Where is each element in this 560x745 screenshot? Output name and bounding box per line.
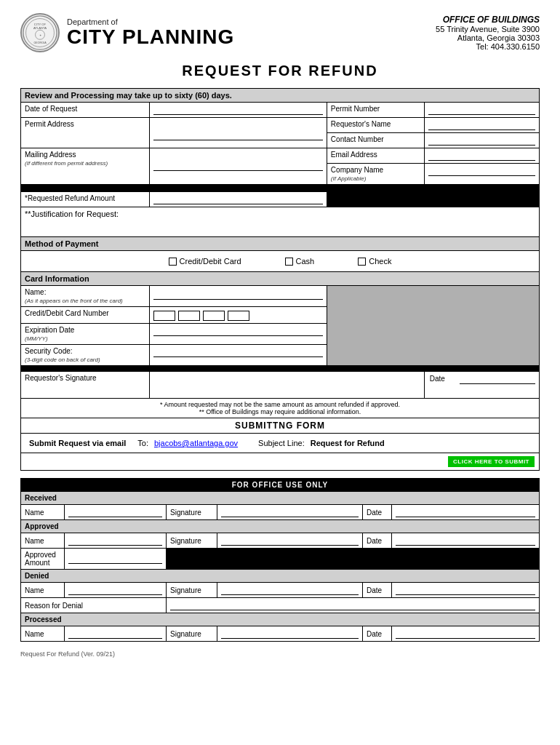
method-header-row: Method of Payment <box>21 237 540 251</box>
contact-number-label: Contact Number <box>327 133 424 148</box>
reason-for-denial-input[interactable] <box>167 598 540 613</box>
date-input-inline[interactable] <box>460 374 535 383</box>
signature-input[interactable] <box>150 372 424 399</box>
approved-name-label: Name <box>21 533 65 549</box>
received-date-input[interactable] <box>392 505 540 520</box>
permit-number-input[interactable] <box>424 103 539 118</box>
expiration-input[interactable] <box>150 324 327 345</box>
company-name-input[interactable] <box>424 164 539 185</box>
note-2: ** Office of Buildings may require addit… <box>25 408 535 415</box>
tel: Tel: 404.330.6150 <box>436 42 540 51</box>
approved-name-input[interactable] <box>65 533 167 549</box>
received-date-label: Date <box>363 505 392 520</box>
requestors-name-label: Requestor's Name <box>327 118 424 133</box>
contact-number-input[interactable] <box>424 133 539 148</box>
approved-amount-input[interactable] <box>65 549 167 570</box>
received-sig-input[interactable] <box>217 505 363 520</box>
received-sig-label: Signature <box>167 505 217 520</box>
check-option[interactable]: Check <box>358 257 391 266</box>
check-checkbox[interactable] <box>358 258 366 266</box>
black-bar-2-row <box>21 366 540 372</box>
company-name-label: Company Name (If Applicable) <box>327 164 424 185</box>
processed-sig-input[interactable] <box>217 626 363 642</box>
click-submit-row: CLICK HERE TO SUBMIT <box>21 453 540 471</box>
approved-date-input[interactable] <box>392 533 540 549</box>
card-number-boxes <box>153 311 322 321</box>
header-right: OFFICE OF BUILDINGS 55 Trinity Avenue, S… <box>436 15 540 51</box>
department-title: Department of CITY PLANNING <box>67 17 234 49</box>
mailing-address-input[interactable] <box>150 148 327 185</box>
black-bar-row <box>21 185 540 192</box>
notes-text: * Amount requested may not be the same a… <box>21 399 540 418</box>
credit-debit-label: Credit/Debit Card <box>180 257 241 266</box>
denied-name-input[interactable] <box>65 583 167 598</box>
processed-header-row: Processed <box>21 613 540 626</box>
office-title: OFFICE OF BUILDINGS <box>436 15 540 25</box>
cash-option[interactable]: Cash <box>285 257 315 266</box>
justification-label: **Justification for Request: <box>21 207 540 237</box>
notice-row: Review and Processing may take up to six… <box>21 89 540 103</box>
date-of-request-input[interactable] <box>150 103 327 118</box>
requestors-name-input[interactable] <box>424 118 539 133</box>
subject-line-label: Subject Line: <box>258 439 305 447</box>
security-code-input[interactable] <box>150 345 327 366</box>
card-name-row: Name: (As it appears on the front of the… <box>21 286 540 307</box>
address-line1: 55 Trinity Avenue, Suite 3900 <box>436 25 540 33</box>
processed-data-row: Name Signature Date <box>21 626 540 642</box>
card-info-header-row: Card Information <box>21 272 540 286</box>
cash-checkbox[interactable] <box>285 258 293 266</box>
submit-email-link[interactable]: bjacobs@atlantaga.gov <box>154 439 238 447</box>
processed-name-input[interactable] <box>65 626 167 642</box>
credit-debit-checkbox[interactable] <box>169 258 177 266</box>
check-label: Check <box>369 257 391 266</box>
office-header-text: FOR OFFICE USE ONLY <box>21 479 540 492</box>
credit-debit-option[interactable]: Credit/Debit Card <box>169 257 241 266</box>
justification-row: **Justification for Request: <box>21 207 540 237</box>
card-name-input[interactable] <box>150 286 327 307</box>
mailing-address-label: Mailing Address (If different from permi… <box>21 148 150 185</box>
denied-date-label: Date <box>363 583 392 598</box>
received-name-input[interactable] <box>65 505 167 520</box>
requestors-signature-label: Requestor's Signature <box>21 372 150 399</box>
reason-for-denial-label: Reason for Denial <box>21 598 167 613</box>
svg-text:GEORGIA: GEORGIA <box>33 41 47 44</box>
submit-via-email-label: Submit Request via email <box>29 439 126 447</box>
processed-sig-label: Signature <box>167 626 217 642</box>
submitting-form-header: SUBMITTNG FORM <box>21 418 540 434</box>
submit-row: Submit Request via email To: bjacobs@atl… <box>21 434 540 453</box>
date-label-inline: Date <box>428 374 460 383</box>
city-seal: CITY OF ATLANTA ✦ GEORGIA <box>20 13 60 52</box>
card-number-label: Credit/Debit Card Number <box>21 307 150 324</box>
subject-line-value: Request for Refund <box>311 439 385 447</box>
svg-text:ATLANTA: ATLANTA <box>33 26 47 30</box>
card-box-3[interactable] <box>203 311 225 321</box>
denied-sig-input[interactable] <box>217 583 363 598</box>
page-header: CITY OF ATLANTA ✦ GEORGIA Department of … <box>20 13 540 52</box>
address-requestor-row: Permit Address Requestor's Name <box>21 118 540 133</box>
approved-date-label: Date <box>363 533 392 549</box>
requested-refund-input[interactable] <box>150 192 327 207</box>
card-info-label: Card Information <box>21 272 540 286</box>
approved-header-row: Approved <box>21 520 540 533</box>
click-submit-button[interactable]: CLICK HERE TO SUBMIT <box>448 456 535 467</box>
processed-name-label: Name <box>21 626 65 642</box>
cash-label: Cash <box>296 257 315 266</box>
permit-address-input[interactable] <box>150 118 327 148</box>
payment-checkboxes: Credit/Debit Card Cash Check <box>25 253 535 269</box>
refund-amount-row: *Requested Refund Amount <box>21 192 540 207</box>
method-of-payment-label: Method of Payment <box>21 237 540 251</box>
card-box-1[interactable] <box>153 311 175 321</box>
email-address-input[interactable] <box>424 148 539 164</box>
received-data-row: Name Signature Date <box>21 505 540 520</box>
card-box-2[interactable] <box>178 311 200 321</box>
denied-date-input[interactable] <box>392 583 540 598</box>
expiration-label: Expiration Date (MM/YY) <box>21 324 150 345</box>
processed-date-label: Date <box>363 626 392 642</box>
card-box-4[interactable] <box>228 311 249 321</box>
dept-of-label: Department of <box>67 17 234 26</box>
approved-sig-input[interactable] <box>217 533 363 549</box>
note-1: * Amount requested may not be the same a… <box>25 401 535 408</box>
processed-date-input[interactable] <box>392 626 540 642</box>
submit-to-label: To: <box>137 439 148 447</box>
card-number-input[interactable] <box>150 307 327 324</box>
